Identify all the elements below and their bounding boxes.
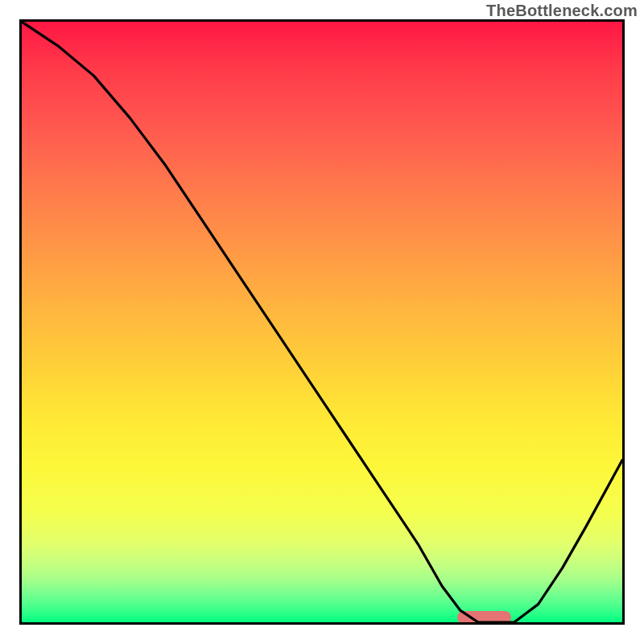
bottleneck-curve-svg — [22, 22, 622, 622]
watermark-text: TheBottleneck.com — [486, 2, 638, 20]
chart-container: TheBottleneck.com — [0, 0, 644, 644]
plot-area — [19, 19, 625, 625]
bottleneck-curve — [22, 22, 622, 622]
